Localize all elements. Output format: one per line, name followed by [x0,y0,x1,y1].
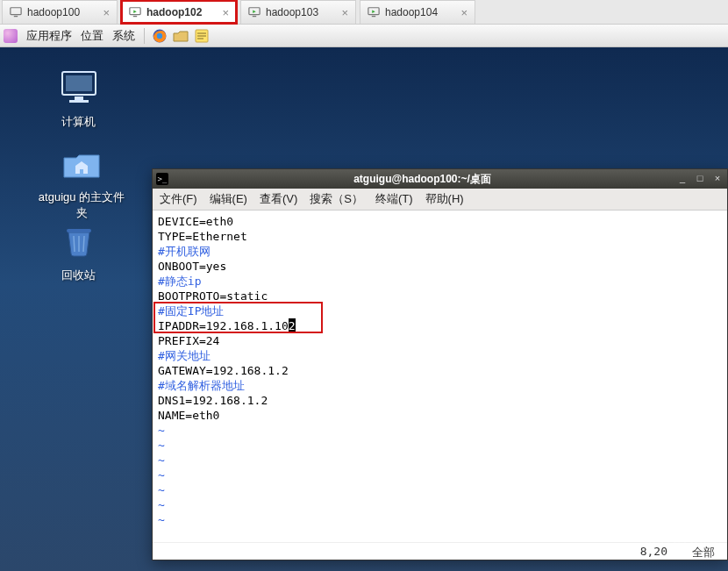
menu-view[interactable]: 查看(V) [260,191,297,207]
terminal-window: >_ atguigu@hadoop100:~/桌面 _ □ × 文件(F) 编辑… [152,168,728,560]
trash-icon [37,224,120,264]
vim-statusbar: 8,20 全部 [153,542,727,560]
vm-tab-label: hadoop102 [146,6,217,18]
config-line: BOOTPROTO=static [158,289,268,303]
config-line: TYPE=Ethernet [158,230,247,243]
svg-rect-0 [11,8,21,15]
monitor-play-icon [129,6,141,18]
menu-applications[interactable]: 应用程序 [25,26,74,46]
svg-rect-5 [253,16,256,17]
cursor-position: 8,20 [640,545,667,558]
config-line: DNS1=192.168.1.2 [158,394,268,407]
vm-tab-hadoop102[interactable]: hadoop102 × [121,0,237,24]
vm-tab-strip: hadoop100 × hadoop102 × hadoop103 × hado… [0,0,728,25]
cursor: 2 [289,318,296,333]
terminal-title: atguigu@hadoop100:~/桌面 [174,172,671,187]
vim-tilde: ~ [158,468,165,482]
scroll-status: 全部 [692,545,715,558]
maximize-button[interactable]: □ [694,173,706,185]
desktop-icon-computer[interactable]: 计算机 [37,70,120,130]
svg-point-9 [157,32,162,38]
folder-home-icon [33,147,130,186]
svg-rect-3 [133,16,137,17]
config-line: IPADDR=192.168.1.10 [158,319,289,332]
vim-tilde: ~ [158,424,165,437]
terminal-menubar: 文件(F) 编辑(E) 查看(V) 搜索（S） 终端(T) 帮助(H) [153,189,727,211]
vim-tilde: ~ [158,439,165,452]
desktop-label: 回收站 [37,268,120,283]
minimize-button[interactable]: _ [676,173,689,185]
config-line: DEVICE=eth0 [158,215,233,228]
terminal-icon: >_ [156,173,168,185]
config-line: GATEWAY=192.168.1.2 [158,364,289,377]
desktop-label: 计算机 [37,114,120,130]
vim-tilde: ~ [158,513,165,526]
vim-tilde: ~ [158,453,165,467]
comment-line: #域名解析器地址 [158,379,245,392]
separator [144,28,145,44]
vim-tilde: ~ [158,498,165,511]
gnome-panel: 应用程序 位置 系统 [0,25,728,47]
file-manager-icon[interactable] [173,28,189,44]
svg-rect-15 [67,229,91,232]
close-icon[interactable]: × [341,6,348,19]
comment-line: #固定IP地址 [158,304,224,318]
desktop-label: atguigu 的主文件夹 [33,189,130,221]
vim-tilde: ~ [158,483,165,496]
svg-rect-13 [75,96,83,100]
comment-line: #开机联网 [158,245,211,258]
menu-places[interactable]: 位置 [79,26,105,46]
vm-tab-label: hadoop100 [27,6,97,18]
menu-edit[interactable]: 编辑(E) [210,191,247,207]
vm-tab-hadoop103[interactable]: hadoop103 × [240,0,356,24]
menu-help[interactable]: 帮助(H) [425,191,464,207]
close-icon[interactable]: × [103,6,110,19]
terminal-titlebar[interactable]: >_ atguigu@hadoop100:~/桌面 _ □ × [153,169,727,189]
menu-file[interactable]: 文件(F) [160,191,197,207]
config-line: ONBOOT=yes [158,260,226,273]
comment-line: #网关地址 [158,349,211,362]
close-icon[interactable]: × [460,6,467,19]
config-line: NAME=eth0 [158,409,219,422]
vm-tab-hadoop100[interactable]: hadoop100 × [2,0,118,24]
svg-rect-14 [69,100,89,103]
svg-rect-1 [14,16,18,17]
svg-rect-7 [372,16,375,17]
desktop-icon-home[interactable]: atguigu 的主文件夹 [33,147,130,221]
vm-tab-label: hadoop104 [385,6,455,18]
start-icon[interactable] [4,29,18,43]
firefox-icon[interactable] [152,28,168,44]
menu-system[interactable]: 系统 [111,26,137,46]
close-icon[interactable]: × [222,6,229,19]
vm-tab-label: hadoop103 [266,6,336,18]
menu-search[interactable]: 搜索（S） [310,191,363,207]
desktop-icon-trash[interactable]: 回收站 [37,224,120,283]
monitor-play-icon [248,6,261,18]
svg-rect-12 [66,75,92,91]
monitor-icon [10,6,22,18]
menu-terminal[interactable]: 终端(T) [375,191,413,207]
config-line: PREFIX=24 [158,334,219,347]
terminal-body[interactable]: DEVICE=eth0 TYPE=Ethernet #开机联网 ONBOOT=y… [153,211,727,542]
monitor-play-icon [368,6,380,18]
comment-line: #静态ip [158,275,201,288]
close-button[interactable]: × [711,173,724,185]
computer-icon [37,70,120,111]
vm-tab-hadoop104[interactable]: hadoop104 × [360,0,475,24]
notes-icon[interactable] [194,28,210,44]
